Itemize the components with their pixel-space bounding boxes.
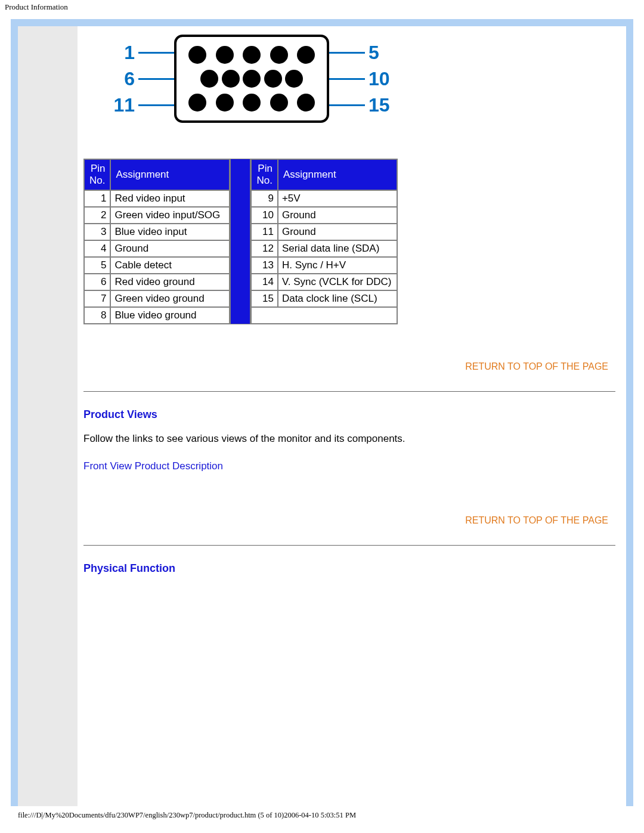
pin-cell-assign: Ground (278, 224, 397, 240)
front-view-link[interactable]: Front View Product Description (83, 460, 615, 472)
pin-cell-no: 10 (251, 207, 277, 224)
pin-dot-icon (188, 46, 206, 64)
pin-cell-no: 2 (84, 207, 110, 224)
pin-dot-icon (243, 46, 261, 64)
pin-dot-icon (285, 70, 303, 88)
pin-dot-icon (297, 46, 315, 64)
pin-cell-no: 9 (251, 190, 277, 207)
pin-cell-assign: Green video input/SOG (110, 207, 230, 224)
pin-cell-no: 1 (84, 190, 110, 207)
pin-cell-assign: Cable detect (110, 257, 230, 274)
pin-row-top (188, 43, 315, 67)
pin-row-bottom (188, 91, 315, 114)
connector-line-icon (329, 52, 365, 54)
pin-cell-no: 7 (84, 290, 110, 307)
pin-dot-icon (297, 94, 315, 112)
pin-label-1: 1 (105, 42, 138, 64)
pin-table-left: Pin No. Assignment 1Red video input 2Gre… (83, 159, 230, 324)
pin-cell-no: 6 (84, 274, 110, 290)
pin-label-15: 15 (365, 94, 398, 116)
connector-line-icon (138, 104, 174, 106)
pin-dot-icon (216, 94, 234, 112)
pin-cell-assign: V. Sync (VCLK for DDC) (278, 274, 397, 290)
empty-cell (251, 307, 397, 324)
pin-label-5: 5 (365, 42, 398, 64)
pin-dot-icon (270, 46, 288, 64)
pin-cell-no: 8 (84, 307, 110, 324)
product-views-body: Follow the links to see various views of… (83, 433, 615, 445)
pin-cell-no: 3 (84, 224, 110, 240)
heading-physical-function: Physical Function (83, 562, 615, 575)
connector-diagram: 1 6 11 (105, 35, 615, 123)
connector-right-labels: 5 10 15 (329, 39, 398, 118)
pin-cell-assign: Ground (278, 207, 397, 224)
return-to-top-link[interactable]: RETURN TO TOP OF THE PAGE (83, 508, 615, 533)
pin-header-assign: Assignment (110, 159, 230, 190)
section-divider (83, 545, 615, 546)
pin-dot-icon (222, 70, 240, 88)
pin-row-middle (188, 67, 315, 91)
pin-cell-no: 5 (84, 257, 110, 274)
connector-line-icon (329, 78, 365, 80)
pin-label-10: 10 (365, 68, 398, 90)
pin-tables: Pin No. Assignment 1Red video input 2Gre… (83, 159, 615, 324)
return-to-top-link[interactable]: RETURN TO TOP OF THE PAGE (83, 354, 615, 379)
connector-outline (174, 35, 329, 123)
connector-line-icon (329, 104, 365, 106)
pin-table-right: Pin No. Assignment 9+5V 10Ground 11Groun… (250, 159, 397, 324)
pin-label-11: 11 (105, 94, 138, 116)
pin-dot-icon (188, 94, 206, 112)
pin-dot-icon (216, 46, 234, 64)
footer-file-path: file:///D|/My%20Documents/dfu/230WP7/eng… (0, 807, 644, 823)
pin-dot-icon (270, 94, 288, 112)
section-divider (83, 391, 615, 392)
pin-cell-no: 13 (251, 257, 277, 274)
pin-cell-assign: Green video ground (110, 290, 230, 307)
left-gutter (18, 26, 78, 806)
connector-left-labels: 1 6 11 (105, 39, 174, 118)
pin-dot-icon (243, 70, 261, 88)
pin-cell-assign: Blue video input (110, 224, 230, 240)
pin-header-assign: Assignment (278, 159, 397, 190)
pin-cell-assign: Serial data line (SDA) (278, 240, 397, 257)
pin-dot-icon (243, 94, 261, 112)
pin-cell-no: 4 (84, 240, 110, 257)
heading-product-views: Product Views (83, 408, 615, 421)
pin-cell-assign: H. Sync / H+V (278, 257, 397, 274)
pin-cell-assign: Red video ground (110, 274, 230, 290)
main-content: 1 6 11 (78, 26, 626, 806)
pin-cell-no: 15 (251, 290, 277, 307)
pin-header-no: Pin No. (84, 159, 110, 190)
pin-header-no: Pin No. (251, 159, 277, 190)
page-frame: 1 6 11 (11, 19, 633, 806)
pin-cell-assign: Blue video ground (110, 307, 230, 324)
pin-cell-assign: Red video input (110, 190, 230, 207)
pin-cell-assign: +5V (278, 190, 397, 207)
connector-line-icon (138, 78, 174, 80)
pin-cell-assign: Ground (110, 240, 230, 257)
pin-dot-icon (200, 70, 218, 88)
pin-cell-no: 12 (251, 240, 277, 257)
table-spacer (230, 159, 250, 324)
pin-dot-icon (264, 70, 282, 88)
pin-cell-assign: Data clock line (SCL) (278, 290, 397, 307)
page-header-title: Product Information (0, 0, 644, 14)
connector-line-icon (138, 52, 174, 54)
pin-cell-no: 11 (251, 224, 277, 240)
pin-cell-no: 14 (251, 274, 277, 290)
pin-label-6: 6 (105, 68, 138, 90)
